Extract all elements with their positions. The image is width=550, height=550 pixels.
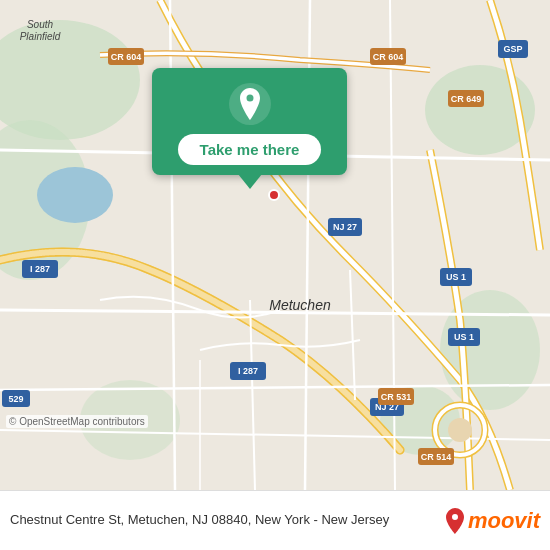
- footer-address: Chestnut Centre St, Metuchen, NJ 08840, …: [10, 512, 436, 529]
- popup-card: Take me there: [152, 68, 347, 175]
- moovit-wordmark: moovit: [468, 508, 540, 534]
- take-me-there-button[interactable]: Take me there: [178, 134, 322, 165]
- svg-text:South: South: [27, 19, 54, 30]
- svg-text:CR 514: CR 514: [421, 452, 452, 462]
- osm-credit: © OpenStreetMap contributors: [6, 415, 148, 428]
- svg-point-20: [448, 418, 472, 442]
- svg-text:CR 604: CR 604: [111, 52, 142, 62]
- svg-text:I 287: I 287: [30, 264, 50, 274]
- svg-text:GSP: GSP: [503, 44, 522, 54]
- svg-text:CR 531: CR 531: [381, 392, 412, 402]
- map-container: I 287 I 287 NJ 27 NJ 27 US 1 US 1 GSP CR…: [0, 0, 550, 490]
- moovit-logo: moovit: [444, 508, 540, 534]
- svg-text:NJ 27: NJ 27: [333, 222, 357, 232]
- svg-point-50: [269, 190, 279, 200]
- svg-text:I 287: I 287: [238, 366, 258, 376]
- svg-text:Metuchen: Metuchen: [269, 297, 331, 313]
- svg-text:Plainfield: Plainfield: [20, 31, 61, 42]
- svg-text:CR 604: CR 604: [373, 52, 404, 62]
- location-pin-icon: [228, 82, 272, 126]
- svg-point-7: [37, 167, 113, 223]
- svg-text:US 1: US 1: [446, 272, 466, 282]
- svg-text:529: 529: [8, 394, 23, 404]
- moovit-pin-icon: [444, 508, 466, 534]
- footer: Chestnut Centre St, Metuchen, NJ 08840, …: [0, 490, 550, 550]
- svg-text:CR 649: CR 649: [451, 94, 482, 104]
- svg-text:US 1: US 1: [454, 332, 474, 342]
